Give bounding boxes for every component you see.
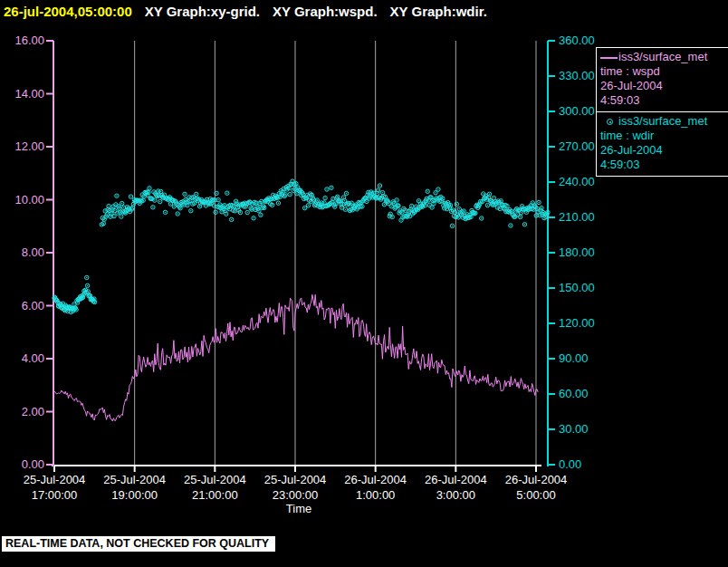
svg-text:270.00: 270.00	[559, 139, 595, 153]
svg-text:8.00: 8.00	[22, 245, 44, 259]
legend-wspd-date: 26-Jul-2004	[600, 79, 724, 93]
left-axis-wspd: 0.002.004.006.008.0010.0012.0014.0016.00	[14, 34, 53, 471]
svg-text:5:00:00: 5:00:00	[516, 488, 555, 502]
svg-text:90.00: 90.00	[559, 351, 589, 365]
wspd-series	[54, 294, 538, 421]
svg-text:210.00: 210.00	[559, 210, 595, 224]
legend-wdir-name-row: iss3/surface_met	[600, 114, 724, 129]
svg-text:150.00: 150.00	[559, 281, 595, 294]
svg-text:16.00: 16.00	[14, 34, 44, 47]
x-axis-title: Time	[268, 502, 330, 515]
svg-text:23:00:00: 23:00:00	[273, 488, 319, 502]
svg-text:1:00:00: 1:00:00	[356, 488, 395, 502]
svg-text:180.00: 180.00	[559, 245, 595, 259]
svg-text:240.00: 240.00	[559, 175, 595, 188]
svg-text:120.00: 120.00	[559, 316, 595, 330]
svg-text:4.00: 4.00	[22, 351, 44, 365]
svg-text:30.00: 30.00	[559, 422, 589, 436]
svg-text:26-Jul-2004: 26-Jul-2004	[344, 473, 407, 486]
wspd-line-swatch-icon	[600, 57, 618, 59]
svg-text:0.00: 0.00	[22, 457, 44, 471]
svg-text:25-Jul-2004: 25-Jul-2004	[184, 473, 246, 486]
legend-wdir-field: time : wdir	[600, 129, 724, 143]
wdir-circle-swatch-icon	[607, 119, 613, 125]
svg-text:25-Jul-2004: 25-Jul-2004	[24, 473, 86, 486]
legend-wdir-date: 26-Jul-2004	[600, 143, 724, 158]
legend-wspd-name-row: iss3/surface_met	[600, 50, 724, 64]
quality-banner: REAL-TIME DATA, NOT CHECKED FOR QUALITY	[2, 536, 275, 552]
legend: iss3/surface_met time : wspd 26-Jul-2004…	[596, 47, 728, 177]
svg-text:25-Jul-2004: 25-Jul-2004	[103, 473, 166, 486]
svg-text:6.00: 6.00	[22, 299, 44, 312]
svg-text:21:00:00: 21:00:00	[192, 488, 238, 502]
svg-text:2.00: 2.00	[22, 405, 44, 418]
svg-text:60.00: 60.00	[559, 387, 589, 400]
legend-wdir-source: iss3/surface_met	[618, 114, 707, 128]
svg-text:14.00: 14.00	[14, 87, 44, 101]
gridlines	[135, 41, 536, 465]
svg-text:26-Jul-2004: 26-Jul-2004	[425, 473, 487, 486]
legend-wspd-field: time : wspd	[600, 64, 724, 79]
svg-text:330.00: 330.00	[559, 69, 595, 82]
wdir-series	[53, 179, 550, 314]
right-axis-wdir: 0.0030.0060.0090.00120.00150.00180.00210…	[548, 34, 595, 471]
svg-text:26-Jul-2004: 26-Jul-2004	[505, 473, 568, 486]
svg-text:360.00: 360.00	[559, 34, 595, 47]
svg-text:19:00:00: 19:00:00	[111, 488, 158, 502]
x-axis: 25-Jul-200417:00:0025-Jul-200419:00:0025…	[24, 466, 568, 502]
svg-text:10.00: 10.00	[14, 193, 44, 207]
svg-text:12.00: 12.00	[14, 139, 44, 153]
svg-text:25-Jul-2004: 25-Jul-2004	[264, 473, 327, 486]
svg-text:17:00:00: 17:00:00	[32, 488, 78, 502]
svg-text:3:00:00: 3:00:00	[436, 488, 475, 502]
svg-text:300.00: 300.00	[559, 104, 595, 118]
legend-wspd-source: iss3/surface_met	[618, 50, 707, 63]
legend-wdir-clock: 4:59:03	[600, 158, 724, 172]
legend-entry-wdir: iss3/surface_met time : wdir 26-Jul-2004…	[597, 112, 728, 177]
legend-wspd-clock: 4:59:03	[600, 93, 724, 108]
svg-text:0.00: 0.00	[559, 457, 581, 471]
legend-entry-wspd: iss3/surface_met time : wspd 26-Jul-2004…	[597, 48, 728, 112]
